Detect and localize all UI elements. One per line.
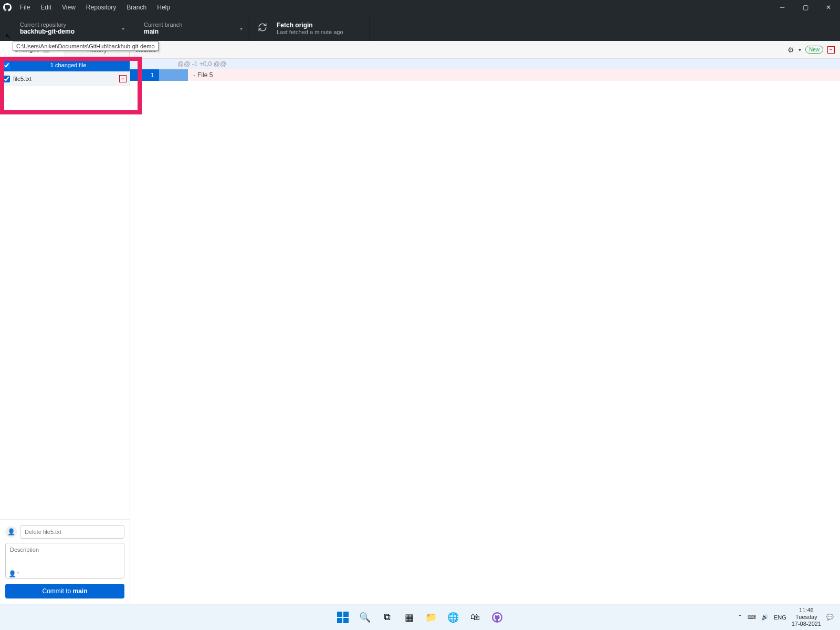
file-checkbox[interactable]	[3, 76, 10, 82]
window-controls: ─ ▢ ✕	[771, 0, 840, 15]
github-logo-icon	[0, 3, 15, 12]
diff-line-content: -File 5	[188, 69, 840, 81]
filelist-header-label: 1 changed file	[10, 62, 127, 68]
tray-language[interactable]: ENG	[774, 614, 786, 621]
system-tray: ⌃ ⌨ 🔊 ENG 11:46 Tuesday 17-08-2021 💬	[738, 607, 840, 628]
tray-chevron-icon[interactable]: ⌃	[738, 614, 742, 621]
fetch-origin-button[interactable]: Fetch origin Last fetched a minute ago	[249, 15, 370, 41]
chevron-down-icon[interactable]: ▾	[799, 47, 801, 52]
minimize-button[interactable]: ─	[771, 0, 794, 15]
changed-files-list: 1 changed file file5.txt −	[0, 59, 130, 519]
chevron-down-icon: ▾	[122, 25, 124, 31]
titlebar: File Edit View Repository Branch Help ─ …	[0, 0, 840, 15]
file-row[interactable]: file5.txt −	[0, 71, 130, 86]
collapse-icon[interactable]: −	[827, 46, 835, 54]
file-name: file5.txt	[13, 76, 119, 82]
menu-edit[interactable]: Edit	[35, 4, 57, 11]
task-view-icon[interactable]: ⧉	[380, 610, 394, 625]
svg-rect-0	[337, 612, 342, 617]
commit-description-input[interactable]	[5, 543, 124, 579]
hunk-header: @@ -1 +0,0 @@	[130, 59, 840, 69]
refresh-icon	[258, 23, 267, 34]
svg-rect-2	[337, 618, 342, 623]
tray-clock[interactable]: 11:46 Tuesday 17-08-2021	[792, 607, 821, 628]
menu-branch[interactable]: Branch	[121, 4, 152, 11]
keyboard-icon[interactable]: ⌨	[748, 614, 756, 621]
fetch-label: Fetch origin	[277, 22, 357, 29]
chevron-down-icon: ▾	[240, 25, 243, 31]
commit-summary-input[interactable]	[20, 525, 124, 539]
menu-help[interactable]: Help	[152, 4, 175, 11]
app-menu: File Edit View Repository Branch Help	[15, 4, 175, 11]
diff-hunk: @@ -1 +0,0 @@ 1 -File 5	[130, 59, 840, 81]
github-desktop-icon[interactable]	[490, 610, 505, 625]
main-area: Changes 1 History 1 changed file file5.t…	[0, 41, 840, 604]
select-all-checkbox[interactable]	[3, 62, 10, 69]
diff-line[interactable]: 1 -File 5	[130, 69, 840, 81]
svg-rect-1	[343, 612, 349, 617]
branch-label: Current branch	[144, 22, 236, 28]
taskbar-apps: 🔍 ⧉ ▦ 📁 🌐 🛍	[335, 610, 505, 625]
repo-path-tooltip: C:\Users\Aniket\Documents\GitHub\backhub…	[13, 41, 159, 51]
cursor-icon: ↖	[5, 32, 12, 40]
notification-icon[interactable]: 💬	[826, 614, 834, 621]
repo-label: Current repository	[20, 22, 118, 28]
diff-view: file5.txt ⚙ ▾ New − @@ -1 +0,0 @@ 1 -Fil…	[130, 41, 840, 604]
avatar-icon: 👤	[5, 526, 17, 538]
store-icon[interactable]: 🛍	[468, 610, 482, 625]
toolbar: Current repository backhub-git-demo ▾ Cu…	[0, 15, 840, 41]
menu-view[interactable]: View	[57, 4, 81, 11]
line-number-old: 1	[130, 69, 159, 81]
volume-icon[interactable]: 🔊	[761, 614, 769, 621]
sidebar: Changes 1 History 1 changed file file5.t…	[0, 41, 130, 604]
maximize-button[interactable]: ▢	[794, 0, 817, 15]
svg-rect-3	[343, 618, 349, 623]
commit-button[interactable]: Commit to main	[5, 584, 124, 598]
line-number-new	[159, 69, 188, 81]
filelist-header: 1 changed file	[0, 59, 130, 71]
commit-form: 👤 👤⁺ Commit to main	[0, 519, 130, 604]
deleted-icon: −	[119, 75, 127, 82]
file-explorer-icon[interactable]: 📁	[424, 610, 438, 625]
current-branch-selector[interactable]: Current branch main ▾	[131, 15, 249, 41]
edge-icon[interactable]: 🌐	[446, 610, 460, 625]
gear-icon[interactable]: ⚙	[788, 46, 794, 54]
menu-repository[interactable]: Repository	[81, 4, 121, 11]
widgets-icon[interactable]: ▦	[402, 610, 416, 625]
branch-value: main	[144, 28, 236, 35]
close-button[interactable]: ✕	[817, 0, 840, 15]
search-icon[interactable]: 🔍	[358, 610, 372, 625]
menu-file[interactable]: File	[15, 4, 35, 11]
fetch-status: Last fetched a minute ago	[277, 29, 357, 35]
windows-taskbar: 🔍 ⧉ ▦ 📁 🌐 🛍 ⌃ ⌨ 🔊 ENG 11:46 Tuesday 17-0…	[0, 604, 840, 630]
repo-value: backhub-git-demo	[20, 28, 118, 35]
start-button[interactable]	[335, 610, 350, 625]
new-badge: New	[805, 46, 823, 54]
current-repository-selector[interactable]: Current repository backhub-git-demo ▾	[0, 15, 131, 41]
diff-header: file5.txt ⚙ ▾ New −	[130, 41, 840, 59]
add-coauthor-icon[interactable]: 👤⁺	[8, 570, 19, 578]
